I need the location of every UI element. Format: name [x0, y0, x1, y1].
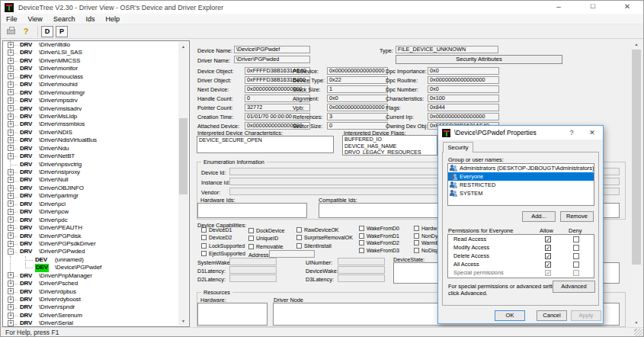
capability-checkbox-silentinstall[interactable] — [296, 243, 302, 249]
tree-scrollbar-thumb[interactable] — [179, 118, 187, 194]
cancel-button[interactable]: Cancel — [537, 310, 567, 321]
stack-size-value[interactable]: 1 — [327, 85, 388, 93]
tree-item[interactable]: +DRV\Driver\mssmbios — [3, 120, 178, 128]
expand-plus-icon[interactable]: + — [8, 114, 14, 120]
expand-plus-icon[interactable]: + — [8, 50, 14, 56]
ok-button[interactable]: OK — [495, 310, 525, 321]
scroll-down-icon[interactable]: ▼ — [178, 316, 188, 326]
d1latency-value[interactable] — [229, 266, 277, 274]
group-user-names-list[interactable]: Administrators (DESKTOP-JDBOUGT\Administ… — [447, 163, 594, 206]
menu-ids[interactable]: Ids — [80, 14, 100, 24]
current-irp-value[interactable]: 0x0000000000000000 — [428, 113, 499, 120]
capability-checkbox-wakefromd3[interactable] — [359, 248, 364, 253]
allow-checkbox-read-access[interactable]: ✓ — [545, 236, 551, 242]
tree-item[interactable]: +DRV\Driver\mouhid — [3, 81, 178, 88]
expand-plus-icon[interactable]: + — [8, 201, 14, 207]
interpreted-flags-box[interactable]: BUFFERED_IODEVICE_HAS_NAMEDRVO_LEGACY_RE… — [342, 135, 437, 156]
tree-item[interactable]: +DRV\Driver\nsiproxy — [3, 168, 178, 176]
dpc-routine-value[interactable]: 0x0000000000000000 — [428, 76, 499, 84]
expand-plus-icon[interactable]: + — [8, 233, 14, 239]
d3latency-value[interactable] — [338, 274, 385, 282]
expand-plus-icon[interactable]: + — [8, 177, 14, 183]
tree-item[interactable]: +DRV\Driver\PEAUTH — [3, 224, 178, 232]
capability-checkbox-wakefromd1[interactable] — [359, 233, 364, 239]
menu-help[interactable]: Help — [100, 14, 125, 24]
tree-item[interactable]: +DRV\Driver\msisadrv — [3, 105, 178, 113]
expand-plus-icon[interactable]: + — [8, 105, 14, 111]
capability-checkbox-removable[interactable] — [248, 244, 254, 249]
driver-name-value[interactable]: \Driver\PGPwded — [234, 56, 310, 63]
close-button[interactable]: ✕ — [616, 1, 639, 13]
expand-plus-icon[interactable]: + — [8, 153, 14, 159]
tree-item[interactable]: +DRV\Driver\NetBT — [3, 152, 178, 160]
tree-item[interactable]: +DRV\Driver\pci — [3, 201, 178, 208]
capability-checkbox-deviced2[interactable] — [201, 235, 207, 240]
tree-item[interactable]: −DRV\Driver\PGPwded — [3, 248, 178, 255]
tree-scrollbar[interactable]: ▲ ▼ — [178, 42, 188, 326]
expand-plus-icon[interactable]: + — [8, 193, 14, 199]
tree-item[interactable]: +DRV\Driver\mpsdrv — [3, 97, 178, 104]
panel-scrollbar[interactable]: ▲ ▼ — [631, 40, 642, 327]
sector-size-value[interactable]: 0 — [327, 122, 388, 130]
capability-checkbox-wakefromd2[interactable] — [359, 240, 364, 246]
interpreted-characteristics-box[interactable]: DEVICE_SECURE_OPEN — [197, 136, 334, 153]
scroll-up-icon[interactable]: ▲ — [631, 40, 642, 49]
user-list-item-administrators[interactable]: Administrators (DESKTOP-JDBOUGT\Administ… — [448, 164, 594, 172]
tree-item[interactable]: +DRV\Driver\NdisVirtualBus — [3, 136, 178, 144]
capability-checkbox-ejectsupported[interactable] — [201, 251, 207, 256]
tree-item[interactable]: +DRV\Driver\lltdio — [3, 41, 178, 49]
expand-plus-icon[interactable]: + — [8, 169, 14, 175]
user-list-item-restricted[interactable]: RESTRICTED — [448, 181, 594, 189]
apply-button[interactable]: Apply — [571, 310, 601, 321]
flags-value[interactable]: 0x844 — [428, 104, 499, 111]
expand-plus-icon[interactable]: + — [8, 89, 14, 95]
tree-item[interactable]: +DRV\Driver\rspndr — [3, 303, 178, 311]
expand-plus-icon[interactable]: + — [8, 130, 14, 136]
expand-plus-icon[interactable]: + — [8, 145, 14, 151]
expand-plus-icon[interactable]: + — [8, 42, 14, 48]
expand-plus-icon[interactable]: + — [8, 281, 14, 287]
tree-item[interactable]: +DRV\Driver\LSI_SAS — [3, 49, 178, 56]
deny-checkbox-all-access[interactable] — [573, 262, 579, 268]
device-type-value[interactable]: 0x22 — [327, 76, 388, 84]
capability-checkbox-deviced1[interactable] — [201, 227, 207, 233]
expand-plus-icon[interactable]: + — [8, 73, 14, 79]
tree-item[interactable]: +DRV\Driver\Psched — [3, 280, 178, 287]
tree-item[interactable]: +DRV\Driver\Serenum — [3, 312, 178, 319]
alignment-value[interactable]: 0x0 — [327, 95, 388, 102]
menu-search[interactable]: Search — [48, 14, 81, 24]
add-button[interactable]: Add... — [522, 211, 556, 222]
deny-checkbox-delete-access[interactable] — [573, 253, 579, 259]
tree-item[interactable]: +DRV\Driver\MsLldp — [3, 113, 178, 120]
expand-plus-icon[interactable]: + — [8, 217, 14, 223]
expand-plus-icon[interactable]: + — [8, 209, 14, 215]
tab-security[interactable]: Security — [443, 142, 473, 152]
tree-item[interactable]: +DRV\Driver\Ndu — [3, 145, 178, 152]
collapse-minus-icon[interactable]: − — [8, 249, 14, 255]
menu-view[interactable]: View — [23, 14, 48, 24]
expand-plus-icon[interactable]: + — [8, 313, 14, 319]
tree-item[interactable]: DEV\Device\PGPwdef — [3, 264, 178, 271]
capability-checkbox-surpriseremovalok[interactable] — [296, 235, 302, 240]
capability-checkbox-locksupported[interactable] — [201, 243, 207, 249]
expand-plus-icon[interactable]: + — [8, 98, 14, 104]
capability-checkbox-hardw[interactable] — [414, 226, 419, 231]
expand-plus-icon[interactable]: + — [8, 121, 14, 127]
tree-item[interactable]: +DRV\Driver\monitor — [3, 65, 178, 72]
expand-plus-icon[interactable]: + — [8, 320, 14, 326]
resize-grip[interactable] — [634, 329, 642, 337]
help-button[interactable]: ? — [19, 26, 33, 37]
vpb-value[interactable]: 0x0000000000000000 — [327, 104, 388, 111]
maximize-button[interactable]: ☐ — [582, 1, 604, 13]
tree-item[interactable]: +DRV\Driver\pdc — [3, 217, 178, 224]
dialog-help-button[interactable]: ? — [565, 126, 578, 140]
tree-item[interactable]: +DRV\Driver\MMCSS — [3, 57, 178, 65]
expand-plus-icon[interactable]: + — [8, 225, 14, 231]
dialog-close-button[interactable]: ✕ — [585, 126, 600, 140]
scroll-up-icon[interactable]: ▲ — [178, 42, 188, 51]
scroll-down-icon[interactable]: ▼ — [631, 318, 642, 327]
expand-plus-icon[interactable]: + — [8, 58, 14, 64]
type-value[interactable]: FILE_DEVICE_UNKNOWN — [396, 46, 498, 53]
capability-checkbox-uniqueid[interactable] — [248, 236, 254, 241]
tree-item[interactable]: +DRV\Driver\PGPdisk — [3, 233, 178, 240]
